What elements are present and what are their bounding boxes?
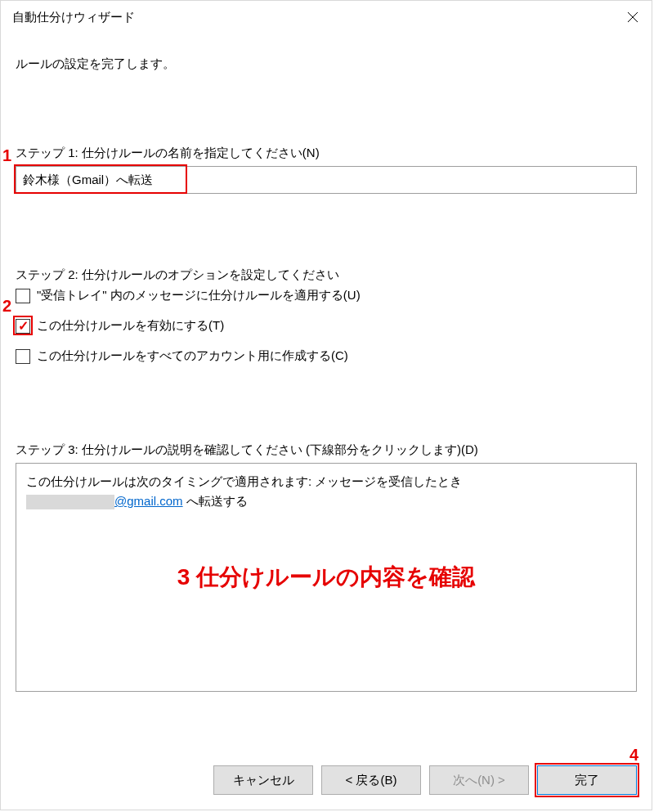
annotation-text-3: 3 仕分けルールの内容を確認 — [177, 562, 475, 593]
back-button[interactable]: < 戻る(B) — [321, 765, 421, 795]
option-all-accounts: この仕分けルールをすべてのアカウント用に作成する(C) — [16, 348, 637, 364]
finish-button-wrap: 完了 4 — [537, 765, 637, 795]
option-enable-rule-label: この仕分けルールを有効にする(T) — [37, 318, 224, 334]
step1-label: ステップ 1: 仕分けルールの名前を指定してください(N) — [16, 146, 637, 161]
rule-description-box[interactable]: この仕分けルールは次のタイミングで適用されます: メッセージを受信したとき @g… — [16, 463, 637, 692]
email-link[interactable]: @gmail.com — [114, 494, 183, 508]
titlebar: 自動仕分けウィザード — [1, 1, 652, 34]
checkbox-apply-inbox[interactable] — [16, 289, 30, 303]
annotation-number-4: 4 — [629, 746, 638, 765]
finish-button[interactable]: 完了 — [537, 765, 637, 795]
annotation-number-2: 2 — [2, 297, 11, 316]
step3-label: ステップ 3: 仕分けルールの説明を確認してください (下線部分をクリックします… — [16, 442, 637, 458]
desc-line-2: @gmail.com へ転送する — [26, 491, 626, 511]
option-enable-rule: この仕分けルールを有効にする(T) 2 — [16, 318, 637, 334]
window-title: 自動仕分けウィザード — [12, 10, 135, 25]
checkbox-enable-rule[interactable] — [16, 319, 30, 334]
desc-suffix: へ転送する — [183, 494, 248, 508]
annotation-number-1: 1 — [2, 146, 11, 165]
button-row: キャンセル < 戻る(B) 次へ(N) > 完了 4 — [213, 765, 637, 795]
cancel-button[interactable]: キャンセル — [213, 765, 313, 795]
content-area: ルールの設定を完了します。 ステップ 1: 仕分けルールの名前を指定してください… — [1, 34, 652, 692]
next-button: 次へ(N) > — [429, 765, 529, 795]
rule-name-input-wrap: 1 — [16, 166, 637, 194]
option-all-accounts-label: この仕分けルールをすべてのアカウント用に作成する(C) — [37, 348, 348, 364]
close-icon — [627, 11, 638, 23]
desc-line-1: この仕分けルールは次のタイミングで適用されます: メッセージを受信したとき — [26, 472, 626, 491]
page-heading: ルールの設定を完了します。 — [16, 56, 637, 72]
option-apply-inbox: "受信トレイ" 内のメッセージに仕分けルールを適用する(U) — [16, 288, 637, 303]
wizard-window: 自動仕分けウィザード ルールの設定を完了します。 ステップ 1: 仕分けルールの… — [0, 0, 652, 810]
checkbox-all-accounts[interactable] — [16, 349, 30, 364]
step2-block: ステップ 2: 仕分けルールのオプションを設定してください "受信トレイ" 内の… — [16, 267, 637, 364]
redacted-email-prefix — [26, 495, 114, 509]
close-button[interactable] — [614, 1, 652, 34]
option-apply-inbox-label: "受信トレイ" 内のメッセージに仕分けルールを適用する(U) — [37, 288, 361, 303]
step2-label: ステップ 2: 仕分けルールのオプションを設定してください — [16, 267, 637, 283]
rule-name-input[interactable] — [16, 166, 637, 194]
